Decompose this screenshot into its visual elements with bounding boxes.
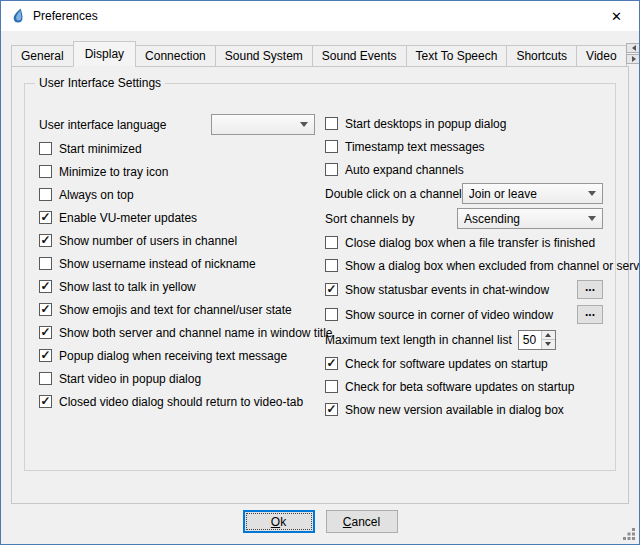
checkbox-box[interactable]: ✓: [39, 280, 52, 293]
checkbox-vu-meter-updates[interactable]: ✓ Enable VU-meter updates: [39, 206, 315, 229]
tab-label: Shortcuts: [516, 49, 567, 63]
language-combobox[interactable]: [211, 114, 315, 135]
tab-sound-events[interactable]: Sound Events: [312, 45, 407, 67]
max-text-length-label: Maximum text length in channel list: [325, 333, 512, 347]
sort-channels-value: Ascending: [464, 212, 582, 226]
tab-label: General: [21, 49, 64, 63]
cancel-button[interactable]: Cancel: [326, 510, 398, 533]
tab-video[interactable]: Video: [576, 45, 626, 67]
spin-down-button[interactable]: [542, 340, 555, 349]
checkbox-new-version-dialog[interactable]: ✓ Show new version available in dialog b…: [325, 398, 603, 421]
checkbox-label: Minimize to tray icon: [59, 165, 168, 179]
sort-channels-combobox[interactable]: Ascending: [457, 208, 603, 229]
tab-general[interactable]: General: [11, 45, 74, 67]
checkbox-show-user-count[interactable]: ✓ Show number of users in channel: [39, 229, 315, 252]
tab-label: Connection: [145, 49, 206, 63]
checkbox-emojis-and-text[interactable]: ✓ Show emojis and text for channel/user …: [39, 298, 315, 321]
checkmark-icon: ✓: [40, 280, 50, 292]
checkbox-start-minimized[interactable]: Start minimized: [39, 137, 315, 160]
checkbox-box[interactable]: ✓: [39, 395, 52, 408]
tab-scroll-right-button[interactable]: [626, 54, 640, 64]
checkbox-box[interactable]: [39, 257, 52, 270]
close-button[interactable]: ✕: [594, 1, 639, 31]
checkbox-server-channel-in-title[interactable]: ✓ Show both server and channel name in w…: [39, 321, 315, 344]
checkbox-auto-expand-channels[interactable]: Auto expand channels: [325, 158, 603, 181]
checkmark-icon: ✓: [326, 283, 336, 295]
max-text-length-value: 50: [519, 331, 541, 349]
ellipsis-label: ...: [585, 281, 595, 293]
checkbox-label: Auto expand channels: [345, 163, 464, 177]
tab-display[interactable]: Display: [73, 41, 136, 67]
checkbox-check-updates[interactable]: ✓ Check for software updates on startup: [325, 352, 603, 375]
checkbox-label: Check for software updates on startup: [345, 357, 548, 371]
checkbox-minimize-to-tray[interactable]: Minimize to tray icon: [39, 160, 315, 183]
tab-label: Sound Events: [322, 49, 397, 63]
title-bar: Preferences ✕: [1, 1, 639, 31]
double-click-combobox[interactable]: Join or leave: [462, 183, 603, 204]
checkbox-label: Show statusbar events in chat-window: [345, 283, 549, 297]
checkbox-label: Show username instead of nickname: [59, 257, 256, 271]
checkbox-popup-on-text-message[interactable]: ✓ Popup dialog when receiving text messa…: [39, 344, 315, 367]
group-title: User Interface Settings: [35, 76, 165, 90]
checkbox-box[interactable]: [325, 163, 338, 176]
checkbox-last-to-talk-yellow[interactable]: ✓ Show last to talk in yellow: [39, 275, 315, 298]
checkbox-box[interactable]: ✓: [39, 303, 52, 316]
tab-connection[interactable]: Connection: [135, 45, 216, 67]
resize-grip[interactable]: [623, 528, 635, 540]
chevron-down-icon: [588, 191, 596, 196]
checkbox-closed-video-return-tab[interactable]: ✓ Closed video dialog should return to v…: [39, 390, 315, 413]
checkbox-desktops-popup[interactable]: Start desktops in popup dialog: [325, 112, 603, 135]
arrow-up-icon: [545, 333, 551, 337]
checkbox-box[interactable]: [39, 188, 52, 201]
checkbox-label: Close dialog box when a file transfer is…: [345, 236, 595, 250]
ok-button[interactable]: Ok: [243, 510, 315, 533]
left-column: User interface language Start minimized …: [39, 112, 315, 421]
max-text-length-spinner[interactable]: 50: [518, 330, 556, 350]
spin-up-button[interactable]: [542, 331, 555, 341]
checkbox-box[interactable]: ✓: [325, 283, 338, 296]
checkbox-label: Show new version available in dialog box: [345, 403, 564, 417]
checkbox-label: Show emojis and text for channel/user st…: [59, 303, 292, 317]
checkbox-box[interactable]: [39, 142, 52, 155]
checkbox-box[interactable]: [325, 380, 338, 393]
checkbox-box[interactable]: [325, 259, 338, 272]
tab-text-to-speech[interactable]: Text To Speech: [406, 45, 508, 67]
checkbox-box[interactable]: ✓: [39, 211, 52, 224]
tab-sound-system[interactable]: Sound System: [215, 45, 313, 67]
checkbox-box[interactable]: [39, 165, 52, 178]
tab-label: Text To Speech: [416, 49, 498, 63]
checkbox-box[interactable]: [39, 372, 52, 385]
checkbox-timestamp-messages[interactable]: Timestamp text messages: [325, 135, 603, 158]
tab-bar: General Display Connection Sound System …: [11, 40, 629, 67]
checkbox-box[interactable]: ✓: [39, 234, 52, 247]
checkbox-box[interactable]: [325, 308, 338, 321]
cancel-label-rest: ancel: [351, 515, 380, 529]
checkbox-box[interactable]: ✓: [325, 403, 338, 416]
checkbox-check-beta-updates[interactable]: Check for beta software updates on start…: [325, 375, 603, 398]
checkbox-video-popup-dialog[interactable]: Start video in popup dialog: [39, 367, 315, 390]
tab-label: Display: [85, 47, 124, 61]
checkbox-label: Start video in popup dialog: [59, 372, 201, 386]
right-column: Start desktops in popup dialog Timestamp…: [325, 112, 603, 421]
checkbox-box[interactable]: [325, 117, 338, 130]
checkbox-dialog-when-excluded[interactable]: Show a dialog box when excluded from cha…: [325, 254, 603, 277]
tab-shortcuts[interactable]: Shortcuts: [506, 45, 577, 67]
checkbox-box[interactable]: [325, 236, 338, 249]
checkbox-username-instead-nickname[interactable]: Show username instead of nickname: [39, 252, 315, 275]
tab-scroll-left-button[interactable]: [626, 43, 640, 53]
checkbox-close-on-transfer-finished[interactable]: Close dialog box when a file transfer is…: [325, 231, 603, 254]
checkmark-icon: ✓: [40, 349, 50, 361]
app-icon: [10, 8, 26, 24]
checkbox-box[interactable]: ✓: [325, 357, 338, 370]
sort-channels-row: Sort channels by Ascending: [325, 206, 603, 231]
checkbox-box[interactable]: ✓: [39, 326, 52, 339]
language-label: User interface language: [39, 118, 166, 132]
statusbar-events-options-button[interactable]: ...: [577, 280, 603, 299]
ui-settings-group: User Interface Settings User interface l…: [24, 83, 616, 471]
checkbox-always-on-top[interactable]: Always on top: [39, 183, 315, 206]
checkbox-box[interactable]: [325, 140, 338, 153]
checkbox-label: Start desktops in popup dialog: [345, 117, 506, 131]
video-source-options-button[interactable]: ...: [577, 305, 603, 324]
ok-label-key: O: [271, 515, 280, 529]
checkbox-box[interactable]: ✓: [39, 349, 52, 362]
